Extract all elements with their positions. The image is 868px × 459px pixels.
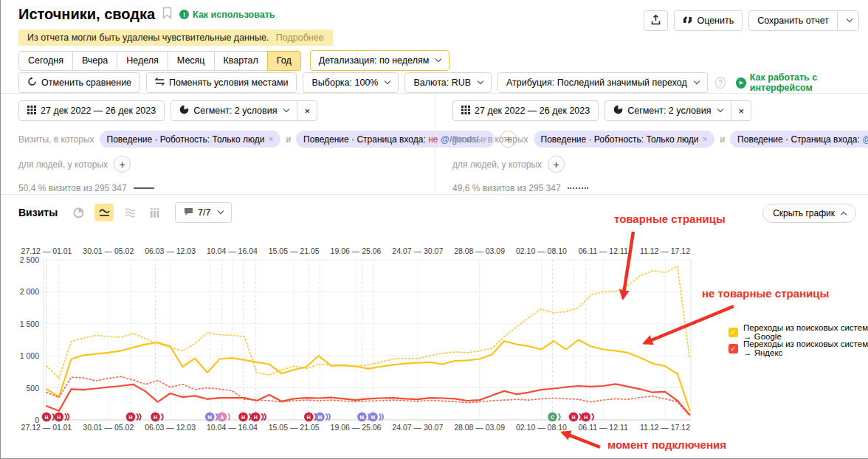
visits-chart: 2 5002 0001 5001 000500027.12 — 01.0127.… — [1, 198, 868, 459]
chevron-down-icon — [478, 78, 483, 84]
segment-panel-a: 27 дек 2022 — 26 дек 2023 Сегмент: 2 усл… — [18, 100, 417, 193]
segment-dropdown-b[interactable]: Сегмент: 2 условия — [604, 100, 731, 121]
help-question-icon[interactable]: ? — [715, 77, 726, 89]
export-icon — [651, 15, 661, 27]
svg-text:Н: Н — [241, 415, 245, 420]
attribution-dropdown[interactable]: Атрибуция: Последний значимый переход — [497, 72, 708, 93]
period-tabs-row: Сегодня Вчера Неделя Месяц Квартал Год Д… — [18, 50, 450, 71]
export-button[interactable] — [644, 10, 668, 31]
svg-text:2 500: 2 500 — [20, 255, 39, 264]
add-people-condition-button[interactable]: + — [548, 156, 565, 173]
svg-text:1 000: 1 000 — [20, 351, 39, 360]
legend-item-yandex[interactable]: ✓ Переходы из поисковых систем → Яндекс — [728, 339, 868, 357]
sensitive-data-banner: Из отчета могли быть удалены чувствитель… — [18, 30, 333, 46]
svg-text:10.04 — 16.04: 10.04 — 16.04 — [207, 423, 258, 432]
tab-yesterday[interactable]: Вчера — [72, 51, 117, 71]
svg-text:11.12 — 17.12: 11.12 — 17.12 — [640, 423, 690, 432]
bookmark-icon[interactable] — [162, 7, 172, 22]
banner-details-link[interactable]: Подробнее — [276, 32, 324, 43]
svg-text:28.08 — 03.09: 28.08 — 03.09 — [454, 423, 505, 432]
svg-text:Н: Н — [154, 415, 157, 420]
svg-text:27.12 — 01.01: 27.12 — 01.01 — [21, 423, 72, 432]
svg-text:10.04 — 16.04: 10.04 — 16.04 — [207, 246, 258, 255]
cancel-compare-button[interactable]: Отменить сравнение — [18, 72, 140, 93]
tab-today[interactable]: Сегодня — [18, 51, 73, 71]
rate-button[interactable]: Оценить — [674, 10, 743, 31]
svg-text:06.03 — 12.03: 06.03 — 12.03 — [145, 246, 196, 255]
annotation-connection-moment: момент подключения — [607, 438, 726, 451]
share-text: 49,6 % визитов из 295 347 — [452, 183, 561, 193]
pie-icon — [179, 105, 189, 117]
tab-quarter[interactable]: Квартал — [214, 51, 268, 71]
filter-chip[interactable]: Поведение · Роботность: Только люди× — [534, 131, 715, 148]
svg-text:27.12 — 01.01: 27.12 — 01.01 — [21, 246, 72, 255]
annotation-goods-pages: товарные страницы — [614, 213, 726, 225]
chip-close-icon[interactable]: × — [702, 134, 707, 145]
people-label: для людей, у которых — [452, 159, 542, 170]
page-title: Источники, сводка — [18, 6, 155, 23]
svg-text:Н: Н — [307, 415, 311, 420]
svg-text:М: М — [207, 415, 212, 420]
info-icon: ! — [179, 10, 189, 19]
segment-clear-b[interactable]: × — [731, 100, 751, 121]
swap-conditions-button[interactable]: Поменять условия местами — [146, 72, 297, 93]
svg-text:19.06 — 25.06: 19.06 — 25.06 — [331, 423, 382, 432]
tab-week[interactable]: Неделя — [117, 51, 168, 71]
svg-text:28.08 — 03.09: 28.08 — 03.09 — [454, 246, 505, 255]
svg-text:11.12 — 17.12: 11.12 — 17.12 — [640, 246, 690, 255]
svg-text:15.05 — 21.05: 15.05 — 21.05 — [269, 246, 320, 255]
checkbox-icon[interactable]: ✓ — [728, 344, 738, 353]
refresh-icon — [27, 77, 37, 89]
visits-label: Визиты, в которых — [452, 134, 528, 145]
svg-text:С: С — [551, 415, 554, 420]
svg-text:06.11 — 12.11: 06.11 — 12.11 — [579, 246, 628, 255]
filter-chip[interactable]: Поведение · Роботность: Только люди× — [100, 131, 281, 148]
currency-dropdown[interactable]: Валюта: RUB — [404, 72, 492, 93]
svg-text:Н: Н — [128, 415, 132, 420]
calendar-icon — [461, 106, 470, 117]
svg-text:М: М — [371, 415, 376, 420]
svg-text:А: А — [220, 415, 224, 420]
share-text: 50,4 % визитов из 295 347 — [18, 183, 127, 193]
date-range-button-b[interactable]: 27 дек 2022 — 26 дек 2023 — [452, 100, 599, 121]
people-label: для людей, у которых — [18, 159, 108, 170]
swap-icon — [155, 77, 165, 88]
sampling-dropdown[interactable]: Выборка: 100% — [303, 72, 399, 93]
date-range-button-a[interactable]: 27 дек 2022 — 26 дек 2023 — [18, 100, 165, 121]
line-style-sample — [134, 187, 154, 189]
svg-text:06.03 — 12.03: 06.03 — 12.03 — [145, 423, 196, 432]
chevron-down-icon — [385, 78, 390, 84]
chip-close-icon[interactable]: × — [268, 134, 273, 145]
detail-dropdown[interactable]: Детализация: по неделям — [310, 50, 450, 71]
period-tabs: Сегодня Вчера Неделя Месяц Квартал Год — [18, 51, 301, 71]
svg-text:Н: Н — [584, 415, 588, 420]
svg-text:06.11 — 12.11: 06.11 — 12.11 — [579, 423, 628, 432]
legend-item-google[interactable]: ✓ Переходы из поисковых систем → Google — [728, 323, 868, 341]
visits-label: Визиты, в которых — [18, 134, 94, 145]
tab-year[interactable]: Год — [267, 51, 301, 71]
svg-text:М: М — [317, 415, 322, 420]
play-icon: ▶ — [736, 77, 745, 89]
top-actions: Оценить Сохранить отчет — [644, 10, 859, 31]
svg-text:24.07 — 30.07: 24.07 — 30.07 — [392, 423, 443, 432]
chevron-down-icon — [283, 106, 289, 112]
add-people-condition-button[interactable]: + — [114, 156, 131, 173]
svg-text:24.07 — 30.07: 24.07 — 30.07 — [392, 246, 443, 255]
checkbox-icon[interactable]: ✓ — [728, 328, 738, 337]
how-to-use-link[interactable]: Как использовать — [193, 10, 275, 20]
filters-row: Отменить сравнение Поменять условия мест… — [18, 72, 868, 93]
svg-text:М: М — [359, 415, 364, 420]
save-report-dropdown[interactable] — [837, 10, 859, 31]
pie-icon — [613, 105, 623, 117]
svg-text:02.10 — 08.10: 02.10 — 08.10 — [516, 246, 567, 255]
segment-clear-a[interactable]: × — [297, 100, 317, 121]
chevron-down-icon — [717, 106, 723, 112]
metrica-sources-summary-page: Источники, сводка ! Как использовать Оце… — [0, 0, 868, 459]
divider — [1, 194, 868, 195]
filter-chip[interactable]: Поведение · Страница входа: @/goods/ × — [730, 131, 868, 148]
segment-dropdown-a[interactable]: Сегмент: 2 условия — [170, 100, 297, 121]
tab-month[interactable]: Месяц — [168, 51, 215, 71]
interface-help-link[interactable]: Как работать с интерфейсом — [750, 72, 868, 93]
svg-text:30.01 — 05.02: 30.01 — 05.02 — [83, 246, 134, 255]
save-report-button[interactable]: Сохранить отчет — [748, 10, 838, 31]
